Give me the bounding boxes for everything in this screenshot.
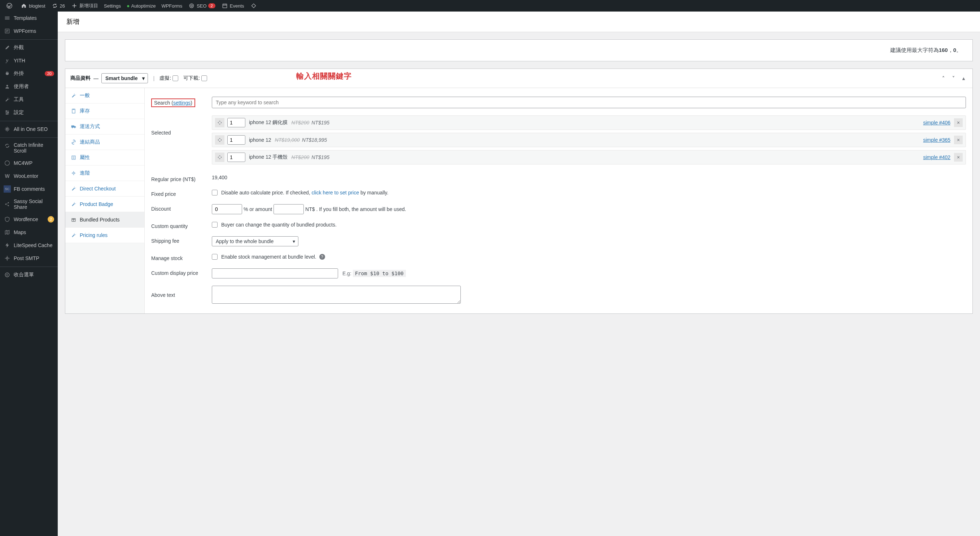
help-icon[interactable]: ? xyxy=(319,254,325,260)
wrench-icon xyxy=(70,92,77,99)
remove-button[interactable]: × xyxy=(954,136,963,144)
discount-percent-input[interactable] xyxy=(212,204,242,214)
sidebar-collapse[interactable]: 收合選單 xyxy=(0,267,58,282)
svg-rect-19 xyxy=(72,156,75,159)
custom-qty-label: Custom quantity xyxy=(151,221,212,229)
sidebar-item-label: 收合選單 xyxy=(14,272,54,278)
sidebar-item-templates[interactable]: Templates xyxy=(0,11,58,24)
diamond-menu[interactable] xyxy=(247,0,262,11)
sidebar-item-wpforms[interactable]: WPForms xyxy=(0,24,58,38)
qty-input[interactable] xyxy=(228,135,245,145)
tab-inventory[interactable]: 庫存 xyxy=(65,103,144,119)
sidebar-item-appearance[interactable]: 外觀 xyxy=(0,39,58,54)
bundled-item: iphone 12 手機殼 NT$200 NT$195 simple #402 … xyxy=(212,150,966,164)
qty-input[interactable] xyxy=(228,153,245,162)
hint-panel: 建議使用最大字符為160，0。 xyxy=(65,39,973,61)
tab-attributes[interactable]: 屬性 xyxy=(65,150,144,165)
settings-link[interactable]: settings xyxy=(173,100,191,106)
qty-input[interactable] xyxy=(228,118,245,127)
product-type-select[interactable]: Smart bundle ▾ xyxy=(102,73,148,83)
separator: | xyxy=(153,75,154,81)
sidebar-item-postsmtp[interactable]: Post SMTP xyxy=(0,252,58,265)
remove-button[interactable]: × xyxy=(954,153,963,162)
custom-qty-checkbox[interactable] xyxy=(212,222,218,227)
updates[interactable]: 26 xyxy=(48,0,68,11)
bundled-search-input[interactable] xyxy=(212,97,966,108)
wpforms-link[interactable]: WPForms xyxy=(158,0,185,11)
tab-shipping[interactable]: 運送方式 xyxy=(65,119,144,135)
drag-handle[interactable] xyxy=(215,118,224,127)
tab-advanced[interactable]: 進階 xyxy=(65,165,144,181)
product-data-panel: 商品資料 — Smart bundle ▾ | 虛擬: 可下載: 輸入相關關鍵字… xyxy=(65,68,973,314)
wp-logo[interactable] xyxy=(3,0,18,11)
tab-linked[interactable]: 連結商品 xyxy=(65,135,144,150)
move-up-button[interactable]: ˄ xyxy=(939,74,947,82)
drag-handle[interactable] xyxy=(215,153,224,162)
product-panel-header: 商品資料 — Smart bundle ▾ | 虛擬: 可下載: 輸入相關關鍵字… xyxy=(65,69,972,88)
new-item[interactable]: 新增項目 xyxy=(68,0,101,11)
sidebar-item-settings[interactable]: 設定 xyxy=(0,106,58,119)
seo-link[interactable]: SEO2 xyxy=(185,0,218,11)
sidebar-item-label: MC4WP xyxy=(14,160,54,166)
sidebar-item-maps[interactable]: Maps xyxy=(0,226,58,239)
custom-qty-text: Buyer can change the quantity of bundled… xyxy=(221,222,337,227)
sidebar-item-label: Post SMTP xyxy=(14,255,54,261)
sidebar-item-sassy[interactable]: Sassy Social Share xyxy=(0,196,58,213)
sidebar-item-label: WPForms xyxy=(14,28,54,34)
eg-code: From $10 to $100 xyxy=(353,270,406,277)
sidebar-item-label: 使用者 xyxy=(14,83,54,90)
sidebar-item-label: Catch Infinite Scroll xyxy=(14,142,54,154)
map-icon xyxy=(3,229,11,236)
events-link[interactable]: Events xyxy=(218,0,247,11)
sidebar-item-catch[interactable]: Catch Infinite Scroll xyxy=(0,137,58,157)
product-link[interactable]: simple #402 xyxy=(923,154,951,160)
discount-amount-input[interactable] xyxy=(274,204,304,214)
set-price-link[interactable]: click here to set price xyxy=(312,190,359,196)
move-down-button[interactable]: ˅ xyxy=(949,74,957,82)
sidebar-item-plugins[interactable]: 外掛20 xyxy=(0,67,58,80)
sidebar-item-label: LiteSpeed Cache xyxy=(14,242,54,248)
autoptimize-link[interactable]: ●Autoptimize xyxy=(124,0,158,11)
tab-bundled-products[interactable]: Bundled Products xyxy=(65,212,144,227)
sidebar-item-label: Wordfence xyxy=(14,216,46,222)
toggle-button[interactable]: ▴ xyxy=(959,74,967,82)
above-text-textarea[interactable] xyxy=(212,286,461,304)
sidebar-item-aioseo[interactable]: All in One SEO xyxy=(0,121,58,136)
sidebar-item-wordfence[interactable]: Wordfence2 xyxy=(0,213,58,226)
tab-direct-checkout[interactable]: Direct Checkout xyxy=(65,181,144,197)
svg-point-8 xyxy=(6,114,7,115)
sidebar-item-label: Sassy Social Share xyxy=(14,199,54,210)
downloadable-checkbox[interactable] xyxy=(201,75,207,81)
virtual-checkbox[interactable] xyxy=(172,75,178,81)
bundled-item: iphone 12 鋼化膜 NT$200 NT$195 simple #406 … xyxy=(212,115,966,130)
tab-pricing-rules[interactable]: Pricing rules xyxy=(65,227,144,243)
bundled-fields: Search (settings) Selected xyxy=(145,88,972,313)
fixed-price-checkbox[interactable] xyxy=(212,190,218,196)
stack-icon xyxy=(3,14,11,22)
fixed-price-label: Fixed price xyxy=(151,189,212,197)
settings-link[interactable]: Settings xyxy=(101,0,124,11)
wrench-icon xyxy=(70,232,77,239)
site-link[interactable]: blogtest xyxy=(18,0,48,11)
custom-display-input[interactable] xyxy=(212,268,338,278)
product-link[interactable]: simple #406 xyxy=(923,120,951,126)
sidebar-item-yith[interactable]: yYITH xyxy=(0,54,58,67)
shipping-select[interactable]: Apply to the whole bundle ▾ xyxy=(212,236,298,247)
tab-product-badge[interactable]: Product Badge xyxy=(65,197,144,212)
product-link[interactable]: simple #365 xyxy=(923,137,951,143)
tab-general[interactable]: 一般 xyxy=(65,88,144,103)
sidebar-item-tools[interactable]: 工具 xyxy=(0,93,58,106)
wordfence-badge: 2 xyxy=(48,216,54,223)
remove-button[interactable]: × xyxy=(954,118,963,127)
sidebar-item-litespeed[interactable]: LiteSpeed Cache xyxy=(0,239,58,252)
sidebar-item-fbcomments[interactable]: SCFB comments xyxy=(0,183,58,196)
w-icon: W xyxy=(3,172,11,180)
drag-handle[interactable] xyxy=(215,135,224,145)
sidebar-item-mc4wp[interactable]: MC4WP xyxy=(0,157,58,170)
manage-stock-text: Enable stock management at bundle level. xyxy=(221,254,317,260)
manage-stock-checkbox[interactable] xyxy=(212,254,218,260)
item-name: iphone 12 手機殼 xyxy=(249,154,288,161)
user-icon xyxy=(3,83,11,90)
sidebar-item-users[interactable]: 使用者 xyxy=(0,80,58,93)
sidebar-item-woolentor[interactable]: WWooLentor xyxy=(0,170,58,183)
